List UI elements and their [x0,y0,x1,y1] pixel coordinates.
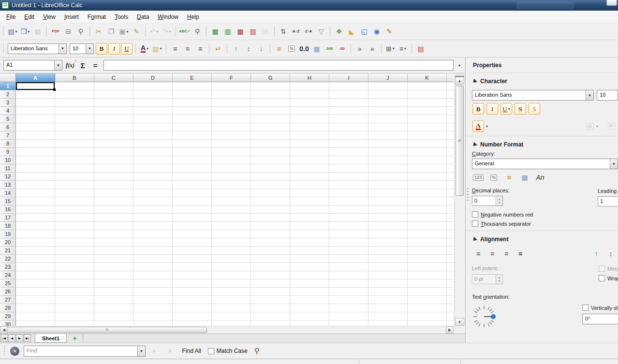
cell-j14[interactable] [368,189,408,197]
cell-f5[interactable] [212,115,251,123]
cell-f2[interactable] [212,90,251,99]
cell-k7[interactable] [408,131,447,140]
align-bottom-button[interactable]: ↓ [255,43,267,55]
cell-partial[interactable] [447,238,454,247]
cell-k20[interactable] [408,238,447,247]
cell-k11[interactable] [408,164,447,173]
row-header-8[interactable]: 8 [0,140,16,148]
row-header-22[interactable]: 22 [0,255,16,263]
cell-partial[interactable] [447,173,454,181]
cell-e6[interactable] [173,123,212,131]
cell-c27[interactable] [94,296,133,304]
cell-k15[interactable] [408,197,447,205]
cell-e13[interactable] [173,181,212,189]
conditional-formatting-button[interactable]: ▤ [415,43,427,55]
cell-a11[interactable] [16,164,55,173]
cell-g2[interactable] [251,90,290,99]
cell-j4[interactable] [368,107,408,115]
cell-d14[interactable] [133,189,173,197]
cell-g23[interactable] [251,263,290,271]
orientation-degrees-input[interactable]: 0° [582,314,618,324]
font-size-combobox[interactable]: 10 ▼ [70,44,94,54]
cell-b15[interactable] [55,197,94,205]
cell-partial[interactable] [447,288,454,296]
background-color-button[interactable]: ▨▾ [151,43,163,55]
sidebar-font-color-button[interactable]: A [472,120,484,132]
leading-zeroes-stepper[interactable]: 1 [598,196,618,206]
cell-f9[interactable] [212,148,251,156]
cell-c24[interactable] [94,271,133,279]
cell-d24[interactable] [133,271,173,279]
percent-button[interactable]: % [286,43,297,55]
row-header-1[interactable]: 1 [0,82,16,90]
cell-b20[interactable] [55,238,94,247]
cell-c26[interactable] [94,288,133,296]
row-header-29[interactable]: 29 [0,312,16,320]
cell-g27[interactable] [251,296,290,304]
paste-dropdown[interactable]: ▾ [127,29,129,34]
cell-c20[interactable] [94,238,133,247]
cell-f7[interactable] [212,131,251,140]
toolbar-grip[interactable] [2,27,4,36]
cell-b28[interactable] [55,304,94,312]
align-right-button[interactable]: ≡ [194,43,206,55]
name-box[interactable]: A1 ▼ [3,60,62,71]
cell-a19[interactable] [16,230,55,238]
cell-i17[interactable] [329,214,368,222]
cell-h11[interactable] [290,164,329,173]
cell-b30[interactable] [55,320,94,326]
character-section-header[interactable]: Character [472,73,618,87]
cell-g26[interactable] [251,288,290,296]
toolbar-grip[interactable] [2,44,4,54]
row-header-27[interactable]: 27 [0,296,16,304]
cell-j18[interactable] [368,222,408,230]
cell-j24[interactable] [368,271,408,279]
chevron-down-icon[interactable]: ▼ [59,44,66,54]
decimal-places-stepper[interactable]: 0 ▲▼ [472,196,503,206]
cell-i15[interactable] [329,197,368,205]
cell-d29[interactable] [133,312,173,320]
cell-j11[interactable] [368,164,408,173]
cell-d15[interactable] [133,197,173,205]
find-all-button[interactable]: Find All [182,348,201,354]
cell-b24[interactable] [55,271,94,279]
cell-b8[interactable] [55,140,94,148]
cell-partial[interactable] [447,312,454,320]
cell-d22[interactable] [133,255,173,263]
cell-k17[interactable] [408,214,447,222]
cell-k4[interactable] [408,107,447,115]
chevron-down-icon[interactable]: ▼ [137,346,145,356]
show-draw-functions-button[interactable]: ✎ [383,26,395,37]
cell-f29[interactable] [212,312,251,320]
column-header-j[interactable]: J [368,73,408,82]
last-sheet-button[interactable]: ▶| [24,335,31,342]
cell-e20[interactable] [173,238,212,247]
vertical-scrollbar[interactable]: ▲ ▼ [455,73,464,326]
sidebar-align-left-button[interactable]: ≡ [472,248,484,260]
cell-k28[interactable] [408,304,447,312]
new-document-button[interactable]: ▤▾ [7,26,18,37]
cell-j2[interactable] [368,90,408,99]
cell-k9[interactable] [408,148,447,156]
cell-a28[interactable] [16,304,55,312]
cell-i19[interactable] [329,230,368,238]
increase-indent-button[interactable]: » [354,43,366,55]
previous-sheet-button[interactable]: ◀ [8,335,15,342]
cell-c21[interactable] [94,247,133,255]
cell-a18[interactable] [16,222,55,230]
cell-a2[interactable] [16,90,55,99]
cell-j26[interactable] [368,288,408,296]
cell-c18[interactable] [94,222,133,230]
sort-descending-button[interactable]: Z↓A [303,26,314,37]
cell-i10[interactable] [329,156,368,164]
cell-d21[interactable] [133,247,173,255]
cell-g20[interactable] [251,238,290,247]
cell-g5[interactable] [251,115,290,123]
cell-c16[interactable] [94,205,133,214]
cell-k30[interactable] [408,320,447,326]
cell-partial[interactable] [447,279,454,288]
cell-g19[interactable] [251,230,290,238]
row-header-28[interactable]: 28 [0,304,16,312]
split-window-button[interactable]: ◱ [358,26,370,37]
cell-partial[interactable] [447,181,454,189]
